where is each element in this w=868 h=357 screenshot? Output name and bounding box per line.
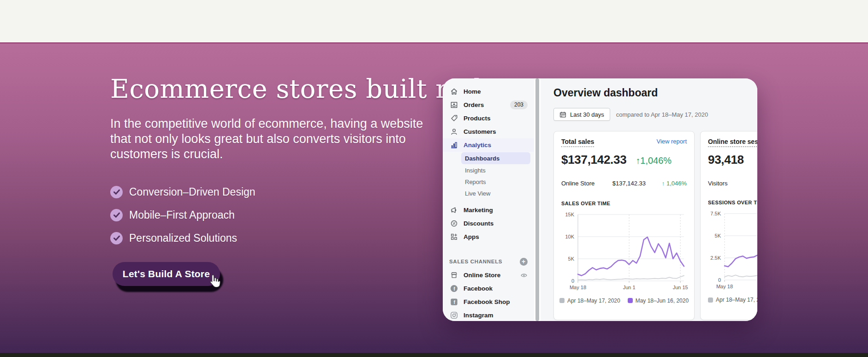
feature-item: Conversion–Driven Design xyxy=(110,184,256,200)
facebook-circle-icon: f xyxy=(449,284,458,293)
check-icon xyxy=(110,186,123,198)
legend-label: Apr 18–May 17, 2020 xyxy=(716,297,757,303)
calendar-icon xyxy=(559,111,566,118)
svg-text:5K: 5K xyxy=(715,233,721,238)
sidebar-item-apps[interactable]: Apps xyxy=(443,230,534,244)
sidebar-item-label: Discounts xyxy=(464,220,493,227)
feature-list: Conversion–Driven Design Mobile–First Ap… xyxy=(110,184,256,253)
sales-over-time-chart: 15K10K5K0May 18Jun 1Jun 15 xyxy=(561,208,688,295)
top-white-bar xyxy=(0,0,868,42)
scrollbar-thumb[interactable] xyxy=(535,78,539,321)
card-title[interactable]: Online store sessions xyxy=(708,138,757,147)
legend-item-previous: Apr 18–May 17, 2020 xyxy=(708,297,757,303)
sidebar-item-customers[interactable]: Customers xyxy=(443,125,534,138)
check-icon xyxy=(110,209,123,221)
date-range-label: Last 30 days xyxy=(570,111,604,118)
feature-label: Mobile–First Approach xyxy=(129,209,235,221)
svg-text:0: 0 xyxy=(571,278,574,284)
total-sales-delta: ↑1,046% xyxy=(636,155,672,166)
legend-swatch-gray xyxy=(559,298,565,303)
legend-swatch-gray xyxy=(708,298,713,303)
sidebar-item-label: Apps xyxy=(464,233,479,240)
customers-icon xyxy=(449,127,458,137)
sidebar-subitem-label: Reports xyxy=(465,178,486,185)
sidebar-item-marketing[interactable]: Marketing xyxy=(443,203,534,217)
cta-build-store-button[interactable]: Let's Build A Store xyxy=(113,262,220,286)
sidebar-subitem-reports[interactable]: Reports xyxy=(443,176,534,188)
sidebar-item-label: Online Store xyxy=(464,272,500,279)
sidebar-item-facebook[interactable]: f Facebook xyxy=(443,282,534,295)
svg-text:10K: 10K xyxy=(565,234,574,239)
sidebar-item-online-store[interactable]: Online Store xyxy=(443,268,534,282)
sidebar-item-products[interactable]: Products xyxy=(443,112,534,125)
sidebar-subitem-label: Dashboards xyxy=(465,155,499,162)
chart-title: SESSIONS OVER TIME xyxy=(708,200,757,205)
dashboard-controls: Last 30 days compared to Apr 18–May 17, … xyxy=(553,108,757,121)
svg-text:f: f xyxy=(453,286,455,292)
orders-count-badge: 203 xyxy=(510,101,528,109)
sidebar-item-label: Customers xyxy=(464,128,496,135)
legend-label: May 18–Jun 16, 2020 xyxy=(636,298,689,304)
feature-label: Personalized Solutions xyxy=(129,232,237,244)
dashboard-main: Overview dashboard Last 30 days compared… xyxy=(541,78,757,321)
chart-legend: Apr 18–May 17, 2020 May 18–Jun 16, 2020 xyxy=(561,298,687,304)
sidebar-item-instagram[interactable]: Instagram xyxy=(443,309,534,321)
svg-text:May 18: May 18 xyxy=(570,285,586,290)
add-channel-icon[interactable]: + xyxy=(520,258,528,266)
date-range-button[interactable]: Last 30 days xyxy=(553,108,610,121)
dashboard-sidebar: Home Orders 203 Products Customers xyxy=(443,78,534,321)
online-store-sessions-card: Online store sessions 93,418 Visitors SE… xyxy=(700,131,757,320)
legend-item-current: May 18–Jun 16, 2020 xyxy=(628,298,689,304)
sidebar-item-label: Facebook Shop xyxy=(464,298,510,305)
svg-text:7.5K: 7.5K xyxy=(710,211,721,216)
breakdown-delta: ↑ 1,046% xyxy=(662,180,687,188)
compare-period-text: compared to Apr 18–May 17, 2020 xyxy=(616,111,708,118)
sidebar-subitem-label: Insights xyxy=(465,167,486,174)
metric-cards: Total sales View report $137,142.33 ↑1,0… xyxy=(553,131,757,320)
svg-text:May 18: May 18 xyxy=(716,284,733,289)
sessions-over-time-chart: 7.5K5K2.5K0May 18 xyxy=(708,207,757,294)
sessions-value: 93,418 xyxy=(708,153,744,167)
storefront-icon xyxy=(449,271,458,280)
sidebar-scrollbar[interactable] xyxy=(534,78,541,321)
sidebar-subitem-dashboards[interactable]: Dashboards xyxy=(461,152,530,164)
feature-item: Mobile–First Approach xyxy=(110,207,256,223)
sidebar-item-label: Facebook xyxy=(464,285,493,292)
sales-channels-heading: SALES CHANNELS + xyxy=(443,256,534,267)
svg-text:Jun 1: Jun 1 xyxy=(623,285,636,290)
feature-label: Conversion–Driven Design xyxy=(129,186,256,198)
sidebar-item-analytics[interactable]: Analytics xyxy=(443,138,534,152)
eye-icon[interactable] xyxy=(520,272,528,279)
breakdown-channel: Online Store xyxy=(561,180,596,188)
sidebar-item-facebook-shop[interactable]: f Facebook Shop xyxy=(443,295,534,309)
legend-swatch-purple xyxy=(628,298,633,303)
chart-title: SALES OVER TIME xyxy=(561,201,687,206)
svg-text:2.5K: 2.5K xyxy=(710,255,721,261)
dashboard-title: Overview dashboard xyxy=(553,87,757,99)
card-title[interactable]: Total sales xyxy=(561,138,594,147)
bottom-dark-strip xyxy=(0,353,868,357)
instagram-icon xyxy=(449,311,458,320)
hero-section: Ecommerce stores built right! In the com… xyxy=(0,42,868,357)
total-sales-value: $137,142.33 xyxy=(561,153,626,167)
sidebar-item-label: Analytics xyxy=(464,142,491,149)
svg-text:15K: 15K xyxy=(565,212,574,217)
sidebar-subitem-insights[interactable]: Insights xyxy=(443,165,534,176)
sidebar-item-label: Home xyxy=(464,88,481,95)
svg-text:Jun 15: Jun 15 xyxy=(673,285,688,290)
sidebar-item-discounts[interactable]: Discounts xyxy=(443,217,534,230)
breakdown-channel: Visitors xyxy=(708,180,727,187)
sidebar-item-label: Instagram xyxy=(464,312,493,319)
dashboard-screenshot: Home Orders 203 Products Customers xyxy=(443,78,757,321)
analytics-icon xyxy=(449,141,458,150)
sidebar-item-home[interactable]: Home xyxy=(443,85,534,98)
apps-icon xyxy=(449,232,458,242)
facebook-square-icon: f xyxy=(449,298,458,307)
check-icon xyxy=(110,232,123,244)
sessions-breakdown-row: Visitors xyxy=(708,180,757,187)
sidebar-item-orders[interactable]: Orders 203 xyxy=(443,98,534,112)
svg-text:5K: 5K xyxy=(568,256,575,262)
feature-item: Personalized Solutions xyxy=(110,230,256,246)
sidebar-subitem-live-view[interactable]: Live View xyxy=(443,188,534,199)
view-report-link[interactable]: View report xyxy=(656,138,687,145)
